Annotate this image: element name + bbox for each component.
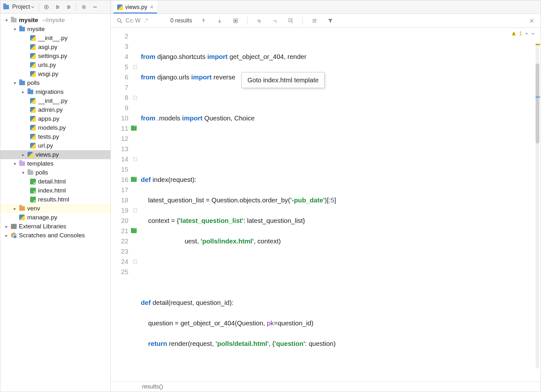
minimize-icon <box>93 4 98 10</box>
project-icon <box>3 4 9 10</box>
tree-file[interactable]: url.py <box>0 141 110 150</box>
find-toolbar: Cc·W .* 0 results II II II <box>111 14 541 28</box>
fold-marker[interactable]: − <box>133 65 137 69</box>
chevron-up-icon[interactable] <box>525 32 529 36</box>
select-opened-file-button[interactable] <box>41 2 52 12</box>
find-settings-button[interactable] <box>310 16 319 25</box>
svg-rect-10 <box>513 35 514 35</box>
tree-folder-templates[interactable]: ▾templates <box>0 159 110 168</box>
fold-marker[interactable]: − <box>133 96 137 100</box>
tree-folder-polls[interactable]: ▾polls <box>0 78 110 87</box>
find-search-button[interactable] <box>115 16 124 25</box>
fold-marker[interactable]: − <box>133 157 137 161</box>
error-stripe-warning[interactable] <box>536 44 540 45</box>
svg-text:II: II <box>276 21 277 23</box>
tree-file[interactable]: wsgi.py <box>0 69 110 78</box>
goto-template-tooltip[interactable]: Goto index.html template <box>241 72 325 88</box>
inspections-widget[interactable]: 1 <box>511 29 535 39</box>
svg-rect-9 <box>513 33 514 34</box>
tree-file[interactable]: results.html <box>0 195 110 204</box>
line-number-gutter: 2 3 4 5 6 7 8 9 10 11 12 13 14 15 16 17 <box>111 28 131 381</box>
regex-indicator: .* <box>144 17 148 24</box>
tree-file[interactable]: tests.py <box>0 132 110 141</box>
tree-folder-venv[interactable]: ▸venv <box>0 204 110 213</box>
code-text[interactable]: from django.shortcuts import get_object_… <box>139 28 541 381</box>
remove-selection-button[interactable]: II <box>270 16 279 25</box>
find-prev-button[interactable] <box>199 16 208 25</box>
find-close-button[interactable] <box>527 16 536 25</box>
svg-point-1 <box>83 6 85 8</box>
tree-file[interactable]: urls.py <box>0 61 110 69</box>
template-gutter-icon[interactable] <box>131 228 137 233</box>
find-filter-button[interactable] <box>326 16 335 25</box>
breadcrumb-item[interactable]: results() <box>142 383 163 390</box>
tab-label: views.py <box>125 4 147 11</box>
find-modifiers-label: Cc·W <box>125 17 141 24</box>
code-area[interactable]: 2 3 4 5 6 7 8 9 10 11 12 13 14 15 16 17 <box>111 28 541 381</box>
template-gutter-icon[interactable] <box>131 126 137 131</box>
fold-marker[interactable]: − <box>133 208 137 212</box>
top-toolbar: Project views.py × <box>0 0 541 14</box>
close-tab-button[interactable]: × <box>149 4 154 11</box>
editor-tab-views[interactable]: views.py × <box>113 1 157 13</box>
fold-marker[interactable]: − <box>133 260 137 264</box>
tree-file[interactable]: index.html <box>0 186 110 195</box>
settings-button[interactable] <box>79 2 89 12</box>
tree-file[interactable]: __init__.py <box>0 96 110 105</box>
tree-file[interactable]: asgi.py <box>0 43 110 52</box>
template-gutter-icon[interactable] <box>131 177 137 182</box>
filter-icon <box>327 18 333 24</box>
editor-scrollbar[interactable] <box>536 43 539 369</box>
tree-file-views[interactable]: ▸views.py <box>0 150 110 159</box>
tree-file[interactable]: __init__.py <box>0 34 110 43</box>
chevron-down-icon[interactable] <box>531 32 535 36</box>
chevron-down-icon <box>31 5 35 9</box>
select-all-occurrences-button[interactable]: II <box>287 16 295 25</box>
project-tree[interactable]: ▾mysite~/mysite ▾mysite __init__.py asgi… <box>0 14 111 392</box>
warning-icon <box>511 31 517 37</box>
tree-file[interactable]: admin.py <box>0 105 110 114</box>
find-next-button[interactable] <box>215 16 224 25</box>
close-icon <box>529 18 534 23</box>
tree-folder-migrations[interactable]: ▸migrations <box>0 87 110 96</box>
gear-icon <box>81 4 87 10</box>
project-dropdown[interactable]: Project <box>10 2 36 12</box>
tree-folder-mysite[interactable]: ▾mysite <box>0 25 110 34</box>
fold-gutter: − − − − − <box>131 28 139 381</box>
search-icon <box>117 18 123 24</box>
tree-root-mysite[interactable]: ▾mysite~/mysite <box>0 16 110 25</box>
select-all-icon <box>233 18 238 24</box>
svg-text:II: II <box>260 21 261 23</box>
svg-rect-4 <box>235 20 237 22</box>
error-stripe-info[interactable] <box>536 96 540 98</box>
add-selection-button[interactable]: II <box>254 16 263 25</box>
find-select-all-button[interactable] <box>231 16 240 25</box>
collapse-all-button[interactable] <box>64 2 74 12</box>
expand-all-button[interactable] <box>52 2 63 12</box>
tree-file[interactable]: models.py <box>0 123 110 132</box>
tree-file[interactable]: settings.py <box>0 52 110 61</box>
arrow-up-icon <box>201 18 206 23</box>
tree-folder-templates-polls[interactable]: ▾polls <box>0 168 110 177</box>
arrow-down-icon <box>217 18 222 23</box>
python-file-icon <box>117 4 123 11</box>
find-results-count: 0 results <box>170 17 192 24</box>
tree-file[interactable]: apps.py <box>0 114 110 123</box>
tree-external-libraries[interactable]: ▸External Libraries <box>0 222 110 231</box>
tree-file[interactable]: detail.html <box>0 177 110 186</box>
tree-scratches[interactable]: ▸Scratches and Consoles <box>0 231 110 240</box>
breadcrumb-bar: results() <box>111 381 541 392</box>
svg-text:II: II <box>292 21 293 24</box>
hide-button[interactable] <box>90 2 100 12</box>
editor-pane: Cc·W .* 0 results II II II <box>111 14 541 392</box>
svg-point-2 <box>117 19 121 22</box>
tree-file-manage[interactable]: ▸manage.py <box>0 213 110 222</box>
